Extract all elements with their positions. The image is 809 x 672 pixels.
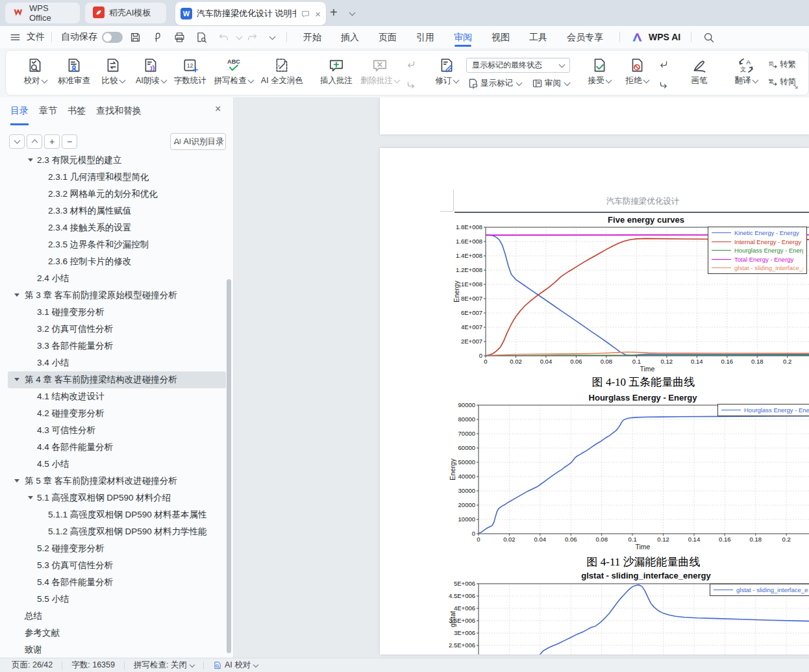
tab-docer-ai[interactable]: 稻壳AI模板 [85,3,166,23]
toc-item[interactable]: 3.4 小结 [8,355,226,371]
collapse-arrow-icon[interactable] [28,496,33,499]
toc-item[interactable]: 2.3.6 控制卡片的修改 [8,253,226,270]
ribbon-compare-button[interactable]: 比较 [95,53,131,88]
toc-item[interactable]: 2.4 小结 [8,270,226,287]
save-icon[interactable] [129,31,142,44]
collapse-all-button[interactable] [9,134,25,149]
sidebar-tab-查找和替换[interactable]: 查找和替换 [96,97,142,123]
svg-text:3E+006: 3E+006 [454,629,475,636]
toc-item[interactable]: 5.1.2 高强度双相钢 DP590 材料力学性能 [8,523,226,540]
tab-wps-office[interactable]: WPS Office [5,3,80,23]
tab-list-chevron-icon[interactable] [349,10,356,16]
toc-item[interactable]: 2.3.4 接触关系的设置 [8,219,226,236]
toc-item[interactable]: 参考文献 [8,625,226,641]
close-sidebar-icon[interactable]: × [215,103,221,115]
ribbon-insert-comment-button[interactable]: 插入批注 [317,53,356,88]
collapse-arrow-icon[interactable] [14,293,19,297]
menu-开始[interactable]: 开始 [303,26,321,48]
toc-item[interactable]: 3.1 碰撞变形分析 [8,304,226,321]
toc-item[interactable]: 5.1.1 高强度双相钢 DP590 材料基本属性 [8,506,226,523]
toc-item[interactable]: 2.3.2 网格单元的划分和优化 [8,186,226,203]
sidebar-scrollbar[interactable] [227,279,231,653]
sidebar-tab-章节[interactable]: 章节 [39,97,57,123]
toc-item[interactable]: 4.5 小结 [8,456,226,473]
print-preview-icon[interactable] [195,31,208,44]
ribbon-proofread-button[interactable]: 校对 [17,53,53,88]
autosave-toggle[interactable] [102,32,123,43]
word-count[interactable]: 字数: 16359 [71,660,115,671]
toc-item[interactable]: 2.3 有限元模型的建立 [8,152,226,169]
menu-工具[interactable]: 工具 [529,26,547,48]
new-tab-button[interactable]: + [330,5,338,20]
menu-插入[interactable]: 插入 [341,26,359,48]
expand-all-button[interactable] [27,134,42,149]
expand-group-icon[interactable] [793,81,799,93]
toc-item[interactable]: 第 5 章 客车前防撞梁材料改进碰撞分析 [8,473,226,490]
output-pdf-icon[interactable] [151,31,164,44]
ribbon-spell-check-button[interactable]: ABC拼写检查 [211,53,256,88]
toc-item[interactable]: 第 3 章 客车前防撞梁原始模型碰撞分析 [8,287,226,304]
toc-item[interactable]: 5.1 高强度双相钢 DP590 材料介绍 [8,490,226,506]
toc-item[interactable]: 2.3.1 几何清理和模型简化 [8,169,226,186]
tab-document-active[interactable]: W 汽车防撞梁优化设计 说明书 × [175,2,326,25]
ai-proofread[interactable]: AI 校对 [225,660,251,671]
ribbon-to-trad-button[interactable]: 简转繁 [765,58,797,71]
menu-页面[interactable]: 页面 [379,26,397,48]
toc-item[interactable]: 3.3 各部件能量分析 [8,338,226,355]
menu-视图[interactable]: 视图 [492,26,510,48]
sidebar-tab-目录[interactable]: 目录 [10,97,29,125]
ribbon-show-markup-button[interactable]: 显示标记 [466,77,523,90]
page-26[interactable]: 汽车防撞梁优化设计 00.020.040.060.080.10.120.140.… [380,148,809,654]
toolbar-more-chevron-icon[interactable] [269,33,276,40]
wps-ai-label[interactable]: WPS AI [649,32,680,42]
ribbon-prev-change-icon[interactable] [658,59,669,73]
toc-item[interactable]: 4.4 各部件能量分析 [8,439,226,456]
ribbon-track-changes-button[interactable]: 修订 [429,53,465,88]
toc-item[interactable]: 5.5 小结 [8,591,226,608]
search-icon[interactable] [703,31,716,44]
print-icon[interactable] [173,31,186,44]
ribbon-word-count-button[interactable]: 12字数统计 [171,53,210,88]
toc-item[interactable]: 3.2 仿真可信性分析 [8,321,226,338]
ribbon-brush-button[interactable]: 画笔 [681,53,717,88]
toc-item[interactable]: 4.1 结构改进设计 [8,388,226,405]
ribbon-standard-review-button[interactable]: 标准审查 [55,53,93,88]
ribbon-ai-polish-button[interactable]: AI 全文润色 [258,53,306,88]
menu-引用[interactable]: 引用 [416,26,434,48]
zoom-in-outline-button[interactable]: + [44,134,60,149]
collapse-arrow-icon[interactable] [14,479,19,482]
toc-item[interactable]: 5.2 碰撞变形分析 [8,540,226,557]
ribbon-review-pane-button[interactable]: 审阅 [530,77,571,90]
collapse-arrow-icon[interactable] [28,158,33,162]
file-menu[interactable]: 文件 [27,31,45,43]
close-tab-icon[interactable]: × [315,8,321,19]
collapse-arrow-icon[interactable] [14,378,19,381]
toc-item[interactable]: 5.3 仿真可信性分析 [8,557,226,574]
ribbon-reject-button[interactable]: 拒绝 [619,53,655,88]
wps-ai-logo-icon[interactable] [631,31,644,44]
hamburger-icon[interactable] [9,31,22,44]
markup-state-select[interactable]: 显示标记的最终状态 [466,58,570,73]
toc-item[interactable]: 4.2 碰撞变形分析 [8,405,226,422]
toc-item[interactable]: 总结 [8,608,226,625]
toc-item[interactable]: 2.3.5 边界条件和沙漏控制 [8,236,226,253]
comment-bubble-icon[interactable] [301,9,310,19]
ribbon-next-change-icon[interactable] [658,80,669,94]
ribbon-translate-button[interactable]: A文翻译 [728,53,764,88]
ai-proofread-chevron-icon[interactable] [253,662,258,667]
ribbon-ai-read-button[interactable]: AI朗读 [132,53,169,88]
ribbon-accept-button[interactable]: 接受 [581,53,617,88]
toc-item[interactable]: 致谢 [8,641,226,658]
spellcheck-chevron-icon[interactable] [190,662,195,667]
toc-item[interactable]: 4.3 可信性分析 [8,422,226,439]
ai-recognize-toc-button[interactable]: AI识别目录 [170,133,226,150]
menu-会员专享[interactable]: 会员专享 [567,26,603,48]
sidebar-tab-书签[interactable]: 书签 [68,97,86,123]
page-indicator[interactable]: 页面: 26/42 [12,660,53,671]
menu-审阅[interactable]: 审阅 [454,26,472,48]
toc-item[interactable]: 第 4 章 客车前防撞梁结构改进碰撞分析 [8,371,226,388]
zoom-out-outline-button[interactable]: − [62,134,77,149]
toc-item[interactable]: 5.4 各部件能量分析 [8,574,226,591]
spellcheck-status[interactable]: 拼写检查: 关闭 [134,660,187,671]
toc-item[interactable]: 2.3.3 材料的属性赋值 [8,203,226,219]
